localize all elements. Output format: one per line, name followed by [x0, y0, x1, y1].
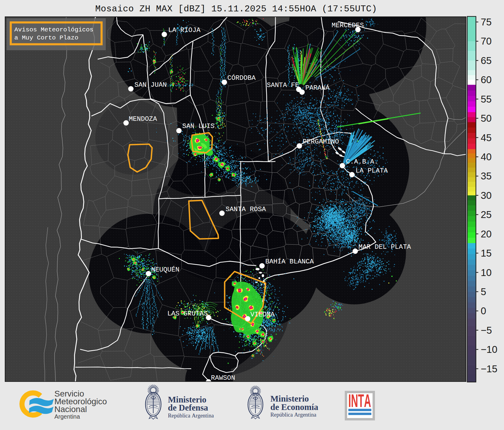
svg-text:República Argentina: República Argentina: [168, 413, 214, 419]
svg-text:de Economía: de Economía: [270, 402, 318, 412]
svg-text:de Defensa: de Defensa: [168, 403, 208, 412]
svg-text:República Argentina: República Argentina: [270, 412, 316, 418]
svg-text:INTA: INTA: [348, 390, 371, 411]
